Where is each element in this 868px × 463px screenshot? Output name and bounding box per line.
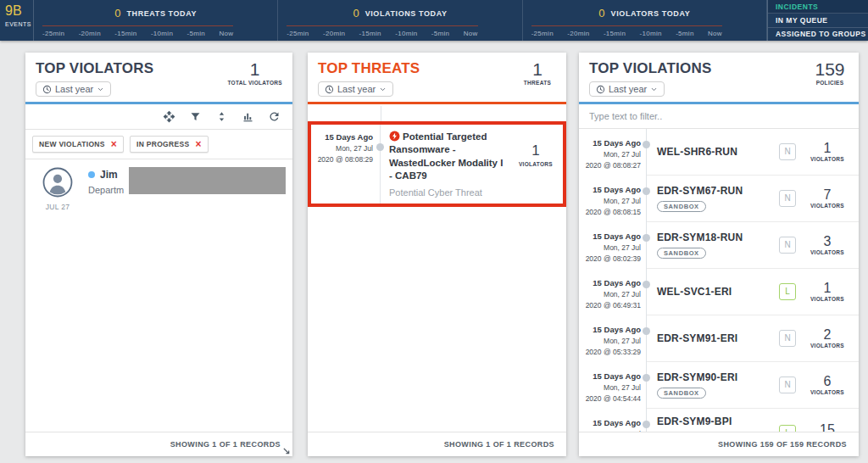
threats-today-count: 0 — [114, 7, 120, 20]
violation-list-item[interactable]: 15 Days Ago Mon, 27 Jul 2020 @ 08:08:27 … — [579, 129, 859, 176]
sandbox-tag: SANDBOX — [657, 248, 706, 259]
top-right-menu: INCIDENTS IN MY QUEUE ASSIGNED TO GROUPS — [767, 0, 868, 41]
timeline-axis — [287, 25, 477, 26]
violations-today-section[interactable]: 0VIOLATIONS TODAY -25min-20min-15min-10m… — [278, 0, 522, 41]
timeline-dot — [643, 327, 650, 335]
chevron-down-icon — [97, 86, 104, 93]
top-violators-header: TOP VIOLATORS Last year 1 TOTAL VIOLATOR… — [25, 53, 292, 102]
violator-name: Jim — [100, 169, 118, 181]
timeline-dot — [643, 141, 650, 148]
violation-timestamp: 15 Days Ago Mon, 27 Jul 2020 @ 06:49:31 — [579, 269, 647, 315]
events-counter: 9B EVENTS — [0, 0, 34, 41]
period-dropdown[interactable]: Last year — [36, 81, 111, 97]
period-dropdown[interactable]: Last year — [589, 81, 665, 97]
severity-badge: N — [779, 190, 796, 207]
period-label: Last year — [609, 84, 647, 94]
clock-icon — [42, 85, 52, 94]
top-status-bar: 9B EVENTS 0THREATS TODAY -25min-20min-15… — [0, 0, 868, 41]
violation-violators-counter: 2 VIOLATORS — [803, 327, 852, 349]
violation-timestamp: 15 Days Ago Mon, 27 Jul 2020 @ 04:49:09 — [579, 409, 647, 432]
threat-details: Potential Targeted Ransomware - WastedLo… — [381, 125, 509, 204]
filter-input[interactable] — [589, 104, 849, 128]
policy-name: WEL-SHR6-RUN — [657, 146, 772, 158]
timeline-axis — [531, 25, 722, 26]
resize-handle-icon[interactable] — [281, 446, 291, 455]
panel-title: TOP VIOLATIONS — [589, 60, 712, 77]
sort-icon[interactable] — [215, 110, 228, 123]
chart-icon[interactable] — [242, 110, 254, 123]
severity-badge: N — [779, 237, 796, 254]
sandbox-tag: SANDBOX — [657, 201, 706, 212]
sandbox-tag: SANDBOX — [657, 388, 706, 399]
events-count: 9B — [5, 3, 31, 19]
violators-today-section[interactable]: 0VIOLATORS TODAY -25min-20min-15min-10mi… — [523, 0, 767, 41]
top-violations-header: TOP VIOLATIONS Last year 159 POLICIES — [579, 53, 859, 102]
menu-item-assigned-to-groups[interactable]: ASSIGNED TO GROUPS — [768, 28, 868, 41]
violations-today-count: 0 — [353, 7, 359, 20]
policy-name-block: EDR-SYM9-BPI EDR-SYM9-BPI — [657, 416, 772, 432]
remove-filter-icon[interactable]: × — [195, 141, 201, 148]
violation-violators-counter: 6 VIOLATORS — [803, 374, 852, 395]
violation-list-item[interactable]: 15 Days Ago Mon, 27 Jul 2020 @ 06:49:31 … — [579, 269, 859, 315]
chip-in-progress[interactable]: IN PROGRESS × — [130, 136, 209, 153]
policy-name: WEL-SVC1-ERI — [657, 286, 772, 298]
violators-timeline: -25min-20min-15min-10min-5minNow — [523, 25, 766, 37]
violation-violators-counter: 1 VIOLATORS — [803, 141, 852, 162]
policy-name-block: WEL-SVC1-ERI — [657, 286, 772, 298]
timeline-tick-label: -10min — [395, 30, 417, 37]
timeline-tick-label: -10min — [151, 30, 173, 37]
policy-name-block: EDR-SYM67-RUN SANDBOX — [657, 185, 772, 212]
refresh-icon[interactable] — [268, 110, 281, 123]
violation-list-item[interactable]: 15 Days Ago Mon, 27 Jul 2020 @ 08:02:39 … — [579, 222, 859, 269]
violators-today-count: 0 — [598, 7, 604, 20]
panel-title: TOP THREATS — [318, 60, 420, 77]
events-label: EVENTS — [5, 21, 31, 27]
threat-alert-icon — [389, 131, 400, 142]
violation-timestamp: 15 Days Ago Mon, 27 Jul 2020 @ 08:02:39 — [579, 222, 647, 269]
threats-today-header: 0THREATS TODAY — [34, 5, 277, 20]
policy-name: EDR-SYM91-ERI — [657, 332, 772, 344]
clock-icon — [325, 85, 334, 94]
violations-today-header: 0VIOLATIONS TODAY — [278, 5, 521, 20]
threats-today-section[interactable]: 0THREATS TODAY -25min-20min-15min-10min-… — [34, 0, 278, 41]
top-violators-panel: TOP VIOLATORS Last year 1 TOTAL VIOLATOR… — [25, 53, 292, 456]
filter-icon[interactable] — [189, 110, 202, 123]
violation-list-item[interactable]: 15 Days Ago Mon, 27 Jul 2020 @ 08:08:15 … — [579, 176, 859, 222]
violation-list-item[interactable]: 15 Days Ago Mon, 27 Jul 2020 @ 05:33:29 … — [579, 315, 859, 362]
remove-filter-icon[interactable]: × — [111, 141, 117, 148]
top-threats-header: TOP THREATS Last year 1 THREATS — [308, 53, 566, 102]
menu-item-incidents[interactable]: INCIDENTS — [768, 0, 868, 14]
policy-name-block: EDR-SYM90-ERI SANDBOX — [657, 371, 772, 399]
timeline-dot — [643, 374, 650, 382]
timeline-tick-label: -15min — [114, 30, 136, 37]
threat-timestamp: 15 Days Ago Mon, 27 Jul 2020 @ 08:08:29 — [311, 125, 381, 204]
violation-row-main: WEL-SVC1-ERI L 1 VIOLATORS — [647, 269, 859, 315]
redaction-box — [129, 167, 286, 194]
status-filter-chips: NEW VIOLATIONS × IN PROGRESS × — [25, 130, 292, 159]
clock-icon — [596, 85, 605, 94]
period-dropdown[interactable]: Last year — [318, 81, 393, 97]
period-label: Last year — [55, 84, 93, 94]
move-icon[interactable] — [163, 110, 175, 123]
violation-row-main: EDR-SYM90-ERI SANDBOX N 6 VIOLATORS — [647, 362, 859, 409]
threat-violators-counter: 1 VIOLATORS — [509, 125, 563, 204]
violation-timestamp: 15 Days Ago Mon, 27 Jul 2020 @ 08:08:15 — [579, 176, 647, 222]
violation-date: JUL 27 — [36, 203, 80, 211]
violation-timestamp: 15 Days Ago Mon, 27 Jul 2020 @ 05:33:29 — [579, 315, 647, 362]
threats-timeline: -25min-20min-15min-10min-5minNow — [34, 25, 277, 37]
violator-details: Jim Departm — [88, 167, 287, 211]
total-violators-counter: 1 TOTAL VIOLATORS — [227, 60, 282, 86]
violation-list-item[interactable]: 15 Days Ago Mon, 27 Jul 2020 @ 04:49:09 … — [579, 409, 859, 432]
violations-timeline: -25min-20min-15min-10min-5minNow — [278, 25, 521, 37]
chip-new-violations[interactable]: NEW VIOLATIONS × — [32, 136, 124, 153]
policy-name: EDR-SYM90-ERI — [657, 371, 772, 383]
timeline-dot — [376, 143, 384, 151]
violation-violators-counter: 7 VIOLATORS — [803, 187, 852, 209]
menu-item-in-my-queue[interactable]: IN MY QUEUE — [768, 14, 868, 27]
violator-list-item[interactable]: JUL 27 Jim Departm — [25, 159, 292, 219]
threat-list-item-selected[interactable]: 15 Days Ago Mon, 27 Jul 2020 @ 08:08:29 … — [308, 121, 566, 207]
timeline-tick-label: -5min — [187, 30, 206, 37]
violation-row-main: EDR-SYM9-BPI EDR-SYM9-BPI L 15 VIOLATORS — [647, 409, 859, 432]
violation-list-item[interactable]: 15 Days Ago Mon, 27 Jul 2020 @ 04:54:44 … — [579, 362, 859, 409]
policy-name-block: EDR-SYM18-RUN SANDBOX — [657, 232, 772, 259]
